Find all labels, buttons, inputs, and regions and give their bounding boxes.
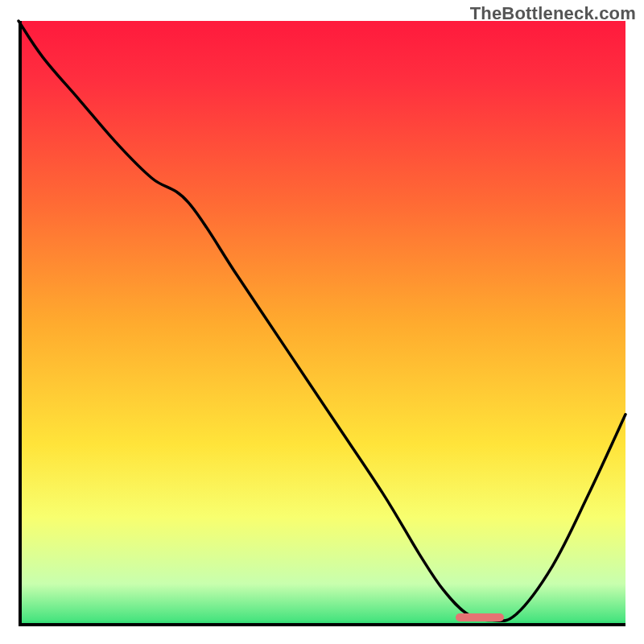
plot-area (19, 21, 625, 626)
optimal-range-marker (456, 613, 504, 621)
curve-path (19, 21, 625, 621)
chart-container: TheBottleneck.com (0, 0, 644, 644)
bottleneck-curve (19, 21, 625, 626)
